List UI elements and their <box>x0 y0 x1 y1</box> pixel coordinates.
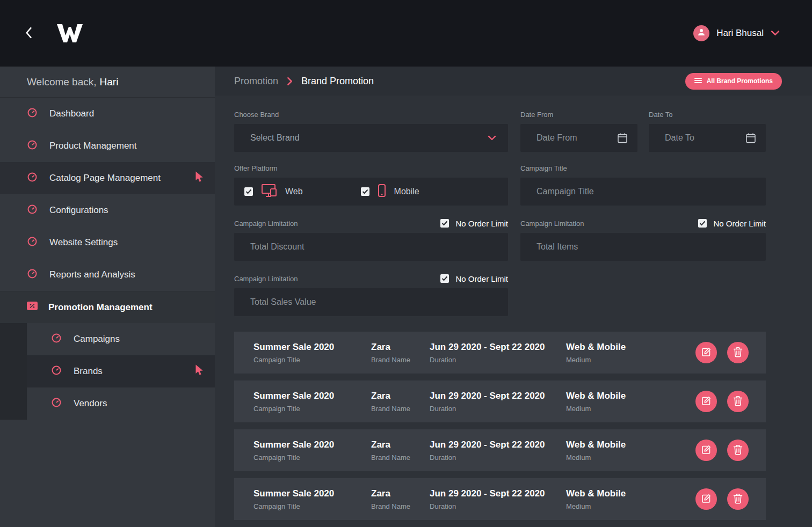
edit-icon <box>701 444 712 457</box>
edit-icon <box>701 493 712 506</box>
sidebar-item-website-settings[interactable]: Website Settings <box>0 226 215 259</box>
chevron-right-icon <box>287 77 293 86</box>
breadcrumb-current: Brand Promotion <box>301 76 374 87</box>
sidebar-item-label: Reports and Analysis <box>49 269 135 280</box>
delete-button[interactable] <box>727 391 749 412</box>
sidebar-item-dashboard[interactable]: Dashboard <box>0 98 215 130</box>
brand-name-value: Zara <box>371 440 430 450</box>
catalog-page-management-icon <box>27 172 38 185</box>
select-brand-dropdown[interactable]: Select Brand <box>234 124 508 152</box>
sidebar-item-label: Vendors <box>74 398 107 409</box>
campaign-title-value: Summer Sale 2020 <box>253 440 371 450</box>
campaign-limitation-label: Campaign Limitation <box>520 219 584 228</box>
sidebar-item-catalog-page-management[interactable]: Catalog Page Management <box>0 162 215 194</box>
product-management-icon <box>27 140 38 153</box>
mobile-label: Mobile <box>394 187 419 196</box>
brand-name-value: Zara <box>371 391 430 401</box>
brand-name-caption: Brand Name <box>371 356 430 364</box>
delete-button[interactable] <box>727 488 749 510</box>
breadcrumb-parent[interactable]: Promotion <box>234 76 278 87</box>
chevron-left-icon <box>25 27 32 40</box>
sidebar-item-label: Brands <box>74 366 103 377</box>
duration-value: Jun 29 2020 - Sept 22 2020 <box>430 342 566 353</box>
total-discount-input[interactable] <box>234 233 508 261</box>
configurations-icon <box>27 204 38 217</box>
select-brand-value: Select Brand <box>250 133 300 143</box>
promotion-row: Summer Sale 2020 Campaign Title Zara Bra… <box>234 380 766 422</box>
campaign-title-value: Summer Sale 2020 <box>253 342 371 353</box>
campaign-title-caption: Campaign Title <box>253 405 371 413</box>
campaigns-icon <box>51 333 62 346</box>
no-order-limit-label: No Order Limit <box>455 219 508 228</box>
sidebar-item-vendors[interactable]: Vendors <box>27 387 215 420</box>
campaign-title-caption: Campaign Title <box>253 356 371 364</box>
date-to-label: Date To <box>649 111 766 119</box>
campaign-title-caption: Campaign Title <box>253 502 371 510</box>
choose-brand-label: Choose Brand <box>234 111 508 119</box>
total-items-input[interactable] <box>520 233 766 261</box>
no-order-limit-label: No Order Limit <box>713 219 766 228</box>
welcome-name: Hari <box>100 76 119 88</box>
brand-name-value: Zara <box>371 342 430 353</box>
all-brand-promotions-button[interactable]: All Brand Promotions <box>685 73 782 90</box>
web-label: Web <box>285 187 303 196</box>
web-checkbox[interactable] <box>244 187 253 196</box>
sidebar-item-brands[interactable]: Brands <box>27 355 215 387</box>
list-icon <box>694 77 702 85</box>
vendors-icon <box>51 397 62 411</box>
edit-icon <box>701 347 712 359</box>
sidebar-item-product-management[interactable]: Product Management <box>0 130 215 162</box>
mobile-platform-option[interactable]: Mobile <box>361 184 419 200</box>
duration-caption: Duration <box>430 405 566 413</box>
mobile-checkbox[interactable] <box>361 187 369 196</box>
promotion-row: Summer Sale 2020 Campaign Title Zara Bra… <box>234 332 766 374</box>
all-brand-promotions-label: All Brand Promotions <box>707 77 773 85</box>
reports-and-analysis-icon <box>27 268 38 282</box>
brand-name-value: Zara <box>371 488 430 499</box>
edit-button[interactable] <box>695 391 717 412</box>
welcome-banner: Welcome back, Hari <box>0 67 215 98</box>
sidebar-item-reports-and-analysis[interactable]: Reports and Analysis <box>0 259 215 291</box>
sidebar-item-promotion-management[interactable]: Promotion Management <box>0 291 215 323</box>
sidebar-item-configurations[interactable]: Configurations <box>0 194 215 226</box>
web-platform-option[interactable]: Web <box>244 184 303 200</box>
campaign-title-input[interactable] <box>520 178 766 206</box>
welcome-prefix: Welcome back, <box>27 76 97 88</box>
user-menu[interactable]: Hari Bhusal <box>693 25 780 41</box>
no-order-limit-toggle[interactable]: No Order Limit <box>440 219 508 228</box>
promotion-row: Summer Sale 2020 Campaign Title Zara Bra… <box>234 478 766 520</box>
date-to-input[interactable] <box>649 124 766 152</box>
dashboard-icon <box>27 107 38 121</box>
edit-button[interactable] <box>695 440 717 461</box>
sidebar-item-label: Configurations <box>49 205 108 216</box>
brand-name-caption: Brand Name <box>371 453 430 462</box>
sidebar: Welcome back, Hari Dashboard Product Man… <box>0 67 215 527</box>
trash-icon <box>733 347 743 359</box>
app-logo <box>55 23 85 44</box>
cursor-icon <box>193 171 204 186</box>
delete-button[interactable] <box>727 440 749 461</box>
no-order-limit-checkbox[interactable] <box>440 274 449 283</box>
campaign-limitation-label: Campaign Limitation <box>234 219 298 228</box>
medium-caption: Medium <box>566 405 695 413</box>
edit-button[interactable] <box>695 342 717 363</box>
no-order-limit-checkbox[interactable] <box>698 219 707 228</box>
brands-icon <box>51 365 62 378</box>
promotion-row: Summer Sale 2020 Campaign Title Zara Bra… <box>234 429 766 471</box>
no-order-limit-toggle[interactable]: No Order Limit <box>440 274 508 283</box>
campaign-title-caption: Campaign Title <box>253 453 371 462</box>
date-from-input[interactable] <box>520 124 637 152</box>
delete-button[interactable] <box>727 342 749 363</box>
back-button[interactable] <box>25 27 32 40</box>
no-order-limit-checkbox[interactable] <box>440 219 449 228</box>
sidebar-item-campaigns[interactable]: Campaigns <box>27 323 215 355</box>
medium-caption: Medium <box>566 502 695 510</box>
no-order-limit-toggle[interactable]: No Order Limit <box>698 219 766 228</box>
edit-button[interactable] <box>695 488 717 510</box>
promotion-management-icon <box>27 302 38 313</box>
date-from-label: Date From <box>520 111 637 119</box>
offer-platform-label: Offer Platform <box>234 164 508 172</box>
chevron-down-icon <box>488 135 496 141</box>
total-sales-value-input[interactable] <box>234 288 508 316</box>
duration-value: Jun 29 2020 - Sept 22 2020 <box>430 440 566 450</box>
